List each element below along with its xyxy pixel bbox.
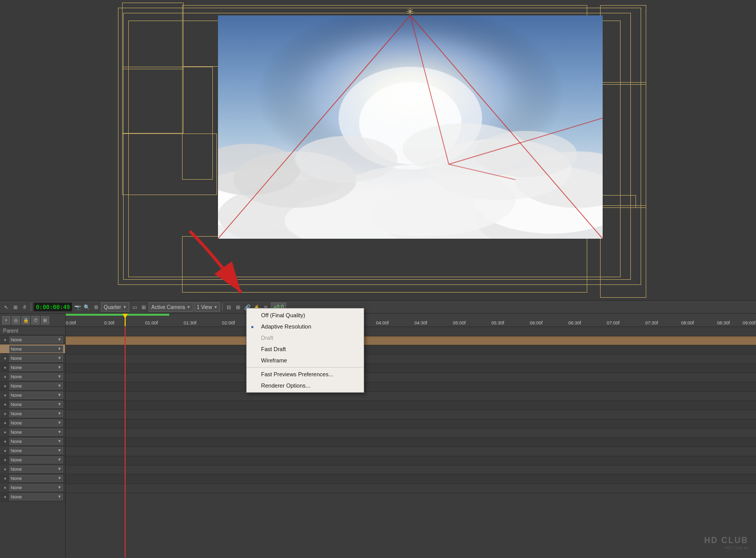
tool-grid[interactable]: # (21, 303, 29, 311)
layer-none-2[interactable]: None▼ (9, 355, 63, 362)
layer-none-13[interactable]: None▼ (9, 456, 63, 464)
layer-none-4[interactable]: None▼ (9, 373, 63, 380)
eye-icon[interactable]: ● (2, 448, 8, 454)
eye-icon[interactable]: ● (2, 429, 8, 435)
eye-icon[interactable]: ● (2, 420, 8, 426)
layer-none-1[interactable]: None ▼ (9, 345, 63, 353)
wire-box-small-3 (122, 3, 184, 69)
clouds-svg (218, 15, 603, 239)
eye-icon[interactable]: ● (2, 383, 8, 389)
time-btn[interactable]: ⏱ (31, 316, 39, 324)
layer-none-14[interactable]: None▼ (9, 466, 63, 473)
layer-none-3[interactable]: None▼ (9, 364, 63, 371)
track-row[interactable] (66, 438, 756, 447)
eye-icon[interactable]: ● (2, 494, 8, 500)
track-row[interactable] (66, 373, 756, 382)
parent-label: Parent (3, 328, 18, 334)
eye-icon[interactable]: ● (2, 346, 8, 352)
track-row[interactable] (66, 475, 756, 484)
camera-icon[interactable]: 📷 (73, 303, 82, 311)
camera-label: Active Camera (151, 304, 185, 310)
layer-none-9[interactable]: None▼ (9, 419, 63, 427)
eye-icon[interactable]: ● (2, 337, 8, 343)
eye-icon[interactable]: ● (2, 392, 8, 398)
list-item: ● None▼ (0, 474, 65, 483)
eye-icon[interactable]: ● (2, 401, 8, 408)
track-row[interactable] (66, 327, 756, 336)
track-row[interactable] (66, 392, 756, 401)
compass-icon: ✳ (406, 6, 414, 17)
layer-none-8[interactable]: None▼ (9, 410, 63, 417)
time-display[interactable]: 0:00:00:49 (33, 302, 72, 312)
track-row[interactable] (66, 345, 756, 355)
track-row[interactable] (66, 456, 756, 466)
eye-icon[interactable]: ● (2, 485, 8, 491)
track-row[interactable] (66, 355, 756, 364)
menu-item-adaptive-resolution[interactable]: Adaptive Resolution (247, 321, 364, 332)
track-row[interactable] (66, 336, 756, 345)
layout-icon[interactable]: ⊟ (225, 303, 233, 311)
track-row[interactable] (66, 364, 756, 373)
layer-none-17[interactable]: None▼ (9, 493, 63, 501)
track-row[interactable] (66, 484, 756, 493)
list-item: ● None▼ (0, 391, 65, 400)
eye-icon[interactable]: ● (2, 374, 8, 380)
tool-arrow[interactable]: ↖ (2, 303, 10, 311)
main-toolbar: ↖ ⊞ # 0:00:00:49 📷 🔍 ⚙ Quarter ▼ ▭ ⊞ Act… (0, 300, 756, 314)
ruler-mark: 07:30f (645, 320, 658, 325)
lock-btn[interactable]: 🔒 (22, 316, 30, 324)
layer-none-7[interactable]: None▼ (9, 401, 63, 408)
group-btn[interactable]: ⊞ (41, 316, 49, 324)
menu-item-renderer-options[interactable]: Renderer Options... (247, 380, 364, 391)
wire-box-right-top (600, 5, 646, 85)
new-layer-btn[interactable]: + (2, 316, 10, 324)
eye-icon[interactable]: ● (2, 475, 8, 482)
layer-none-5[interactable]: None▼ (9, 382, 63, 390)
track-row[interactable] (66, 447, 756, 456)
eye-icon[interactable]: ● (2, 364, 8, 371)
track-row[interactable] (66, 382, 756, 392)
ruler-mark: 08:30f (717, 320, 730, 325)
solo-btn[interactable]: ◎ (12, 316, 20, 324)
layer-none-10[interactable]: None▼ (9, 429, 63, 436)
eye-icon[interactable]: ● (2, 466, 8, 472)
eye-icon[interactable]: ● (2, 457, 8, 463)
layer-none-15[interactable]: None▼ (9, 475, 63, 482)
eye-icon[interactable]: ● (2, 355, 8, 361)
layer-none-0[interactable]: None ▼ (9, 336, 63, 343)
viewport[interactable] (218, 15, 603, 239)
eye-icon[interactable]: ● (2, 438, 8, 445)
grid2-icon[interactable]: ⊞ (140, 303, 148, 311)
eye-icon[interactable]: ● (2, 411, 8, 417)
track-row[interactable] (66, 410, 756, 419)
menu-item-off-final-quality[interactable]: Off (Final Quality) (247, 310, 364, 321)
menu-item-fast-draft[interactable]: Fast Draft (247, 343, 364, 355)
flow-icon[interactable]: ⊞ (234, 303, 242, 311)
settings-icon[interactable]: ⚙ (92, 303, 100, 311)
ruler-mark: 09:00f (743, 320, 755, 325)
layer-none-6[interactable]: None▼ (9, 392, 63, 399)
menu-item-wireframe[interactable]: Wireframe (247, 355, 364, 366)
track-row[interactable] (66, 419, 756, 429)
quality-dropdown[interactable]: Quarter ▼ (101, 302, 129, 312)
timeline-ruler[interactable]: 0:00f 0:30f 01:00f 01:30f 02:00f 02:30f … (66, 314, 756, 327)
rect-icon[interactable]: ▭ (130, 303, 138, 311)
timeline-main: 0:00f 0:30f 01:00f 01:30f 02:00f 02:30f … (66, 314, 756, 558)
magnifier-icon[interactable]: 🔍 (83, 303, 91, 311)
list-item: ● None▼ (0, 418, 65, 428)
camera-dropdown[interactable]: Active Camera ▼ (149, 302, 193, 312)
quality-chevron: ▼ (123, 305, 127, 310)
tool-select[interactable]: ⊞ (11, 303, 19, 311)
layer-none-11[interactable]: None▼ (9, 438, 63, 445)
menu-item-fast-previews-prefs[interactable]: Fast Previews Preferences... (247, 369, 364, 380)
ruler-mark: 07:00f (607, 320, 620, 325)
track-row[interactable] (66, 466, 756, 475)
layer-none-16[interactable]: None▼ (9, 484, 63, 491)
layers-toolbar: + ◎ 🔒 ⏱ ⊞ (0, 314, 65, 327)
watermark-url: HD.Club.tw (704, 545, 748, 550)
layer-none-12[interactable]: None▼ (9, 447, 63, 454)
view-dropdown[interactable]: 1 View ▼ (194, 302, 221, 312)
list-item: ● None ▼ (0, 335, 65, 344)
track-row[interactable] (66, 401, 756, 410)
track-row[interactable] (66, 429, 756, 438)
